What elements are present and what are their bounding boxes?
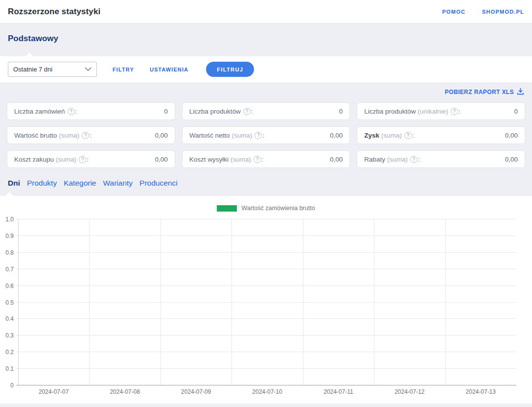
stat-card-gross-value: Wartość brutto(suma)?: 0,00	[7, 126, 175, 144]
y-tick-label: 0.3	[5, 332, 14, 339]
stat-label: Rabaty	[364, 156, 385, 163]
stat-card-products-unique: Liczba produktów(unikalnie)?: 0	[357, 102, 525, 120]
colon: :	[75, 108, 77, 115]
hgrid-line	[16, 335, 516, 335]
help-icon[interactable]: ?	[410, 156, 417, 163]
help-icon[interactable]: ?	[451, 108, 458, 115]
y-tick-label: 0.1	[5, 365, 14, 372]
stat-value: 0,00	[155, 132, 167, 139]
stat-card-shipping-cost: Koszt wysyłki(suma)?: 0,00	[182, 150, 350, 168]
report-row: POBIERZ RAPORT XLS	[0, 87, 532, 97]
vgrid-line	[445, 219, 446, 385]
hgrid-line	[16, 286, 516, 286]
tab-dni[interactable]: Dni	[8, 178, 20, 189]
help-icon[interactable]: ?	[254, 132, 262, 139]
stat-value: 0,00	[505, 156, 518, 163]
colon: :	[412, 132, 414, 139]
hgrid-line	[16, 236, 516, 236]
active-section-pointer	[25, 52, 33, 56]
tab-producenci[interactable]: Producenci	[139, 178, 178, 189]
hgrid-line	[16, 219, 516, 219]
footer-strip	[0, 404, 532, 407]
stat-label-muted: (suma)	[231, 132, 252, 139]
stat-card-orders: Liczba zamówień?: 0	[7, 102, 175, 120]
plot-area	[18, 219, 516, 385]
tab-warianty[interactable]: Warianty	[103, 178, 133, 189]
filters-button[interactable]: FILTRY	[113, 67, 134, 72]
help-icon[interactable]: ?	[254, 156, 261, 163]
stat-label-muted: (suma)	[59, 132, 79, 139]
download-xls-link[interactable]: POBIERZ RAPORT XLS	[445, 88, 524, 96]
tab-produkty[interactable]: Produkty	[27, 178, 57, 189]
x-tick-label: 2024-07-12	[394, 388, 424, 395]
vgrid-line	[89, 219, 90, 385]
stat-label-muted: (unikalnie)	[417, 108, 448, 115]
stat-label-muted: (suma)	[231, 156, 251, 163]
section-band: Podstawowy	[0, 24, 532, 56]
stat-card-net-value: Wartość netto(suma)?: 0,00	[182, 126, 350, 144]
stat-label: Koszt zakupu	[14, 156, 54, 163]
stat-value: 0,00	[505, 132, 518, 139]
hgrid-line	[16, 269, 516, 269]
y-tick-label: 0.8	[5, 249, 14, 256]
y-tick-label: 1.0	[5, 216, 14, 223]
download-xls-label: POBIERZ RAPORT XLS	[445, 89, 514, 96]
stat-label: Wartość netto	[189, 132, 230, 139]
x-tick-label: 2024-07-07	[39, 388, 69, 395]
stat-card-profit: Zysk(suma)?: 0,00	[357, 126, 525, 144]
hgrid-line	[16, 318, 516, 319]
y-tick-label: 0.2	[5, 349, 14, 356]
help-icon[interactable]: ?	[68, 108, 75, 115]
vgrid-line	[18, 219, 19, 385]
stat-label-muted: (suma)	[56, 156, 76, 163]
stat-label: Zysk	[364, 132, 379, 139]
stats-cards-grid: Liczba zamówień?: 0 Liczba produktów?: 0…	[7, 102, 525, 168]
colon: :	[459, 108, 461, 115]
filter-row: Ostatnie 7 dni FILTRY USTAWIENIA FILTRUJ	[0, 56, 532, 82]
active-tab-pointer	[5, 192, 13, 196]
y-tick-label: 0.5	[5, 299, 14, 306]
colon: :	[251, 108, 253, 115]
x-tick-label: 2024-07-09	[181, 388, 211, 395]
help-icon[interactable]: ?	[82, 132, 89, 139]
apply-filter-button[interactable]: FILTRUJ	[206, 62, 254, 77]
x-axis-labels: 2024-07-072024-07-082024-07-092024-07-10…	[18, 385, 516, 398]
stat-label: Liczba produktów	[189, 108, 241, 115]
top-bar: Rozszerzone statystyki POMOC SHOPMOD.PL	[0, 0, 532, 24]
hgrid-line	[16, 368, 516, 369]
shopmod-link[interactable]: SHOPMOD.PL	[482, 9, 524, 15]
colon: :	[87, 156, 89, 163]
date-range-select[interactable]: Ostatnie 7 dni	[8, 62, 97, 77]
help-icon[interactable]: ?	[79, 156, 86, 163]
help-icon[interactable]: ?	[404, 132, 412, 139]
stat-label: Liczba zamówień	[14, 108, 65, 115]
stat-card-purchase-cost: Koszt zakupu(suma)?: 0,00	[7, 150, 175, 168]
hgrid-line	[16, 352, 516, 352]
stat-label: Wartość brutto	[14, 132, 57, 139]
colon: :	[261, 156, 263, 163]
stat-label: Liczba produktów	[364, 108, 416, 115]
colon: :	[262, 132, 264, 139]
colon: :	[418, 156, 420, 163]
vgrid-line	[374, 219, 374, 385]
help-link[interactable]: POMOC	[442, 9, 465, 15]
chart-legend: Wartość zamówienia brutto	[0, 196, 532, 212]
x-tick-label: 2024-07-08	[110, 388, 139, 395]
x-tick-label: 2024-07-13	[466, 388, 496, 395]
help-icon[interactable]: ?	[243, 108, 251, 115]
chart-tabs: Dni Produkty Kategorie Warianty Producen…	[8, 174, 532, 196]
tab-kategorie[interactable]: Kategorie	[64, 178, 96, 189]
y-tick-label: 0.6	[5, 283, 14, 289]
vgrid-line	[161, 219, 161, 385]
vgrid-line	[231, 219, 232, 385]
stat-value: 0	[339, 108, 343, 115]
stats-band: POBIERZ RAPORT XLS Liczba zamówień?: 0 L…	[0, 82, 532, 196]
colon: :	[90, 132, 92, 139]
legend-swatch-green	[217, 205, 237, 212]
y-axis-labels: 1.00.90.80.70.60.50.40.30.20.10	[0, 219, 18, 385]
stat-value: 0,00	[330, 156, 343, 163]
x-tick-label: 2024-07-10	[252, 388, 282, 395]
section-title: Podstawowy	[8, 34, 524, 44]
settings-button[interactable]: USTAWIENIA	[150, 67, 188, 72]
stat-card-products: Liczba produktów?: 0	[182, 102, 350, 120]
